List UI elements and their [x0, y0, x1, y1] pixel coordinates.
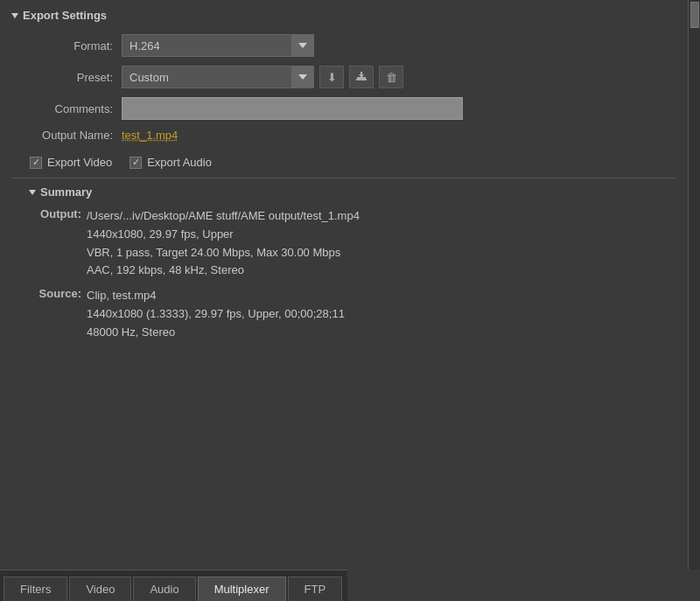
section-header: Export Settings [12, 9, 676, 22]
comments-row: Comments: [12, 97, 676, 120]
import-preset-icon [355, 70, 368, 84]
preset-select[interactable]: Custom [122, 66, 314, 88]
summary-output-value: /Users/...iv/Desktop/AME stuff/AME outpu… [87, 207, 360, 280]
bottom-row: FiltersVideoAudioMultiplexerFTP [0, 570, 700, 601]
section-title: Export Settings [23, 9, 107, 22]
summary-source-label: Source: [38, 287, 87, 341]
collapse-icon[interactable] [11, 13, 18, 18]
format-select[interactable]: H.264 [122, 34, 314, 57]
summary-output-label: Output: [38, 207, 87, 280]
summary-output-row: Output: /Users/...iv/Desktop/AME stuff/A… [38, 207, 676, 280]
scrollbar[interactable] [688, 0, 700, 570]
checkboxes-row: Export Video Export Audio [12, 150, 676, 178]
tabs-bar: FiltersVideoAudioMultiplexerFTP [0, 570, 347, 601]
summary-section: Summary Output: /Users/...iv/Desktop/AME… [12, 185, 676, 342]
main-container: Export Settings Format: H.264 Preset: [0, 0, 700, 601]
preset-controls: Custom ⬇ [122, 66, 403, 88]
export-video-checkbox-label[interactable]: Export Video [30, 156, 112, 169]
summary-source-row: Source: Clip, test.mp4 1440x1080 (1.3333… [38, 287, 676, 341]
format-row: Format: H.264 [12, 34, 676, 57]
format-select-container: H.264 [122, 34, 314, 57]
divider [12, 178, 676, 178]
comments-input[interactable] [122, 97, 463, 120]
preset-row: Preset: Custom ⬇ [12, 66, 676, 88]
tab-video[interactable]: Video [69, 577, 131, 601]
delete-preset-button[interactable]: 🗑 [379, 66, 403, 88]
summary-content: Output: /Users/...iv/Desktop/AME stuff/A… [30, 207, 676, 342]
save-preset-button[interactable]: ⬇ [319, 66, 344, 88]
export-audio-checkbox[interactable] [130, 157, 142, 169]
output-name-row: Output Name: test_1.mp4 [12, 129, 676, 142]
tab-ftp[interactable]: FTP [288, 577, 343, 601]
output-name-link[interactable]: test_1.mp4 [122, 129, 178, 142]
scrollbar-thumb[interactable] [690, 2, 699, 28]
save-preset-icon: ⬇ [327, 71, 337, 84]
import-preset-button[interactable] [349, 66, 374, 88]
delete-preset-icon: 🗑 [386, 71, 397, 84]
svg-rect-3 [356, 79, 367, 80]
format-label: Format: [30, 39, 122, 52]
export-video-label: Export Video [47, 156, 112, 169]
output-name-label: Output Name: [30, 129, 122, 142]
content-area: Export Settings Format: H.264 Preset: [0, 0, 688, 570]
tab-multiplexer[interactable]: Multiplexer [198, 577, 286, 601]
export-video-checkbox[interactable] [30, 157, 42, 169]
export-settings-panel: Export Settings Format: H.264 Preset: [0, 0, 688, 358]
export-audio-checkbox-label[interactable]: Export Audio [130, 156, 212, 169]
tab-filters[interactable]: Filters [4, 577, 67, 601]
content-scroll-area: Export Settings Format: H.264 Preset: [0, 0, 700, 570]
summary-header: Summary [30, 185, 676, 199]
summary-source-value: Clip, test.mp4 1440x1080 (1.3333), 29.97… [87, 287, 345, 341]
export-audio-label: Export Audio [147, 156, 212, 169]
summary-title: Summary [40, 185, 92, 199]
summary-collapse-icon[interactable] [29, 190, 36, 195]
preset-select-container: Custom [122, 66, 314, 88]
tab-audio[interactable]: Audio [133, 577, 195, 601]
comments-label: Comments: [30, 102, 122, 115]
preset-label: Preset: [30, 71, 122, 84]
